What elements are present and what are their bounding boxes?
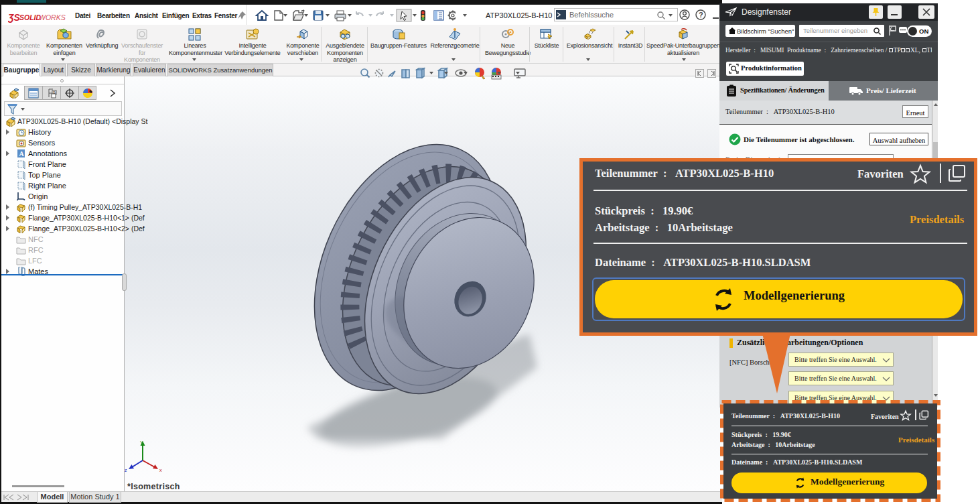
svg-text:?: ? bbox=[699, 11, 703, 19]
svg-text:Y: Y bbox=[140, 440, 143, 445]
svg-text:z: z bbox=[125, 468, 127, 472]
svg-text:x: x bbox=[159, 468, 162, 472]
svg-text:WORKS: WORKS bbox=[39, 13, 66, 21]
svg-text:A: A bbox=[19, 150, 25, 158]
svg-text:SOLID: SOLID bbox=[19, 13, 42, 21]
svg-text:B: B bbox=[53, 90, 56, 94]
svg-text:ƷS: ƷS bbox=[8, 12, 21, 23]
